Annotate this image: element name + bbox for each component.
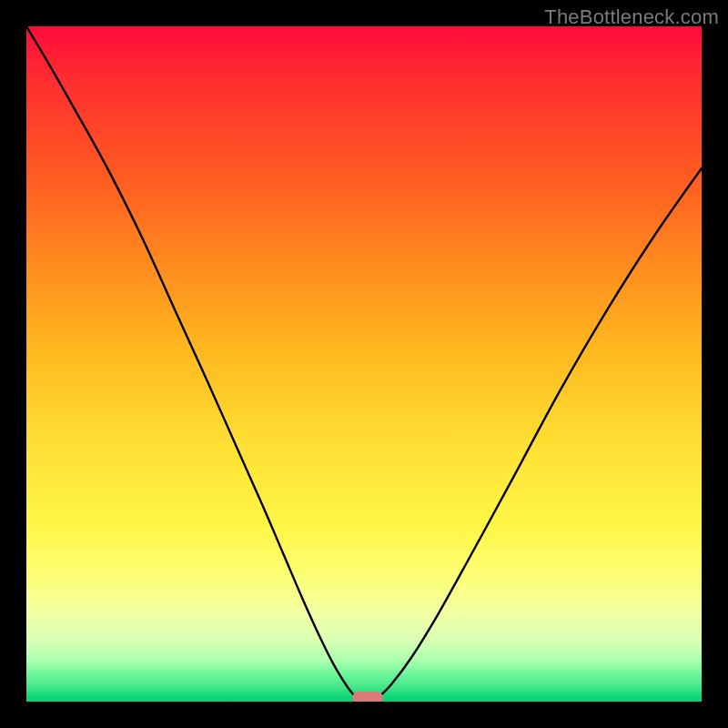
minimum-marker [352,692,383,702]
watermark-text: TheBottleneck.com [544,5,719,29]
chart-frame: { "watermark": "TheBottleneck.com", "col… [0,0,728,728]
bottleneck-curve [26,26,702,702]
plot-area [26,26,702,702]
